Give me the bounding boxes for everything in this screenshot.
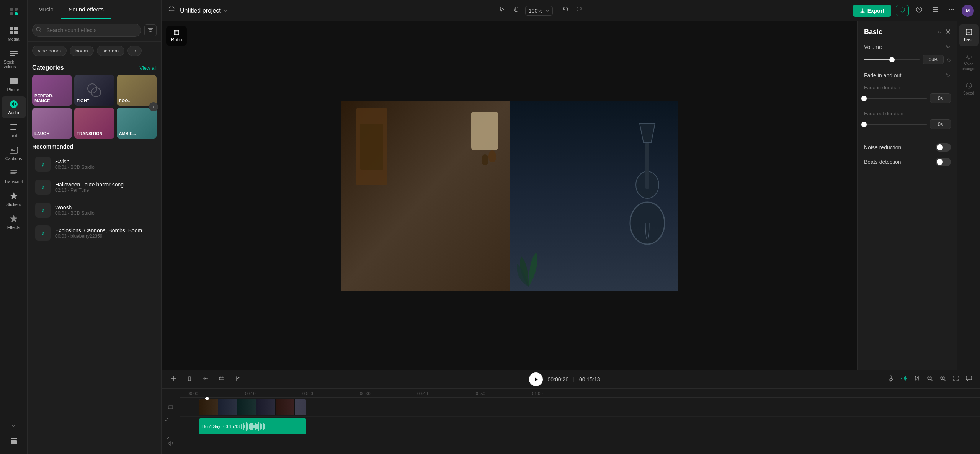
microphone-tool[interactable] (886, 373, 896, 385)
rv-tab-basic[interactable]: Basic (959, 24, 979, 46)
user-avatar[interactable]: M (962, 5, 974, 17)
delete-tool[interactable] (184, 374, 195, 385)
category-laugh[interactable]: LAUGH (32, 108, 72, 139)
play-button[interactable] (529, 372, 543, 386)
fade-in-slider-row: 0s (864, 93, 951, 103)
tracks-area: Don't Say 00:15:13 (180, 398, 980, 454)
sidebar-item-transcript[interactable]: Transcript (2, 165, 26, 187)
sidebar-item-stock[interactable]: Stock videos (2, 46, 26, 72)
beats-thumb (937, 159, 943, 165)
sidebar-item-stickers[interactable]: Stickers (2, 188, 26, 210)
divider-1 (864, 137, 951, 137)
basic-close-button[interactable]: ✕ (945, 28, 951, 36)
fade-reset[interactable] (946, 72, 951, 78)
video-clip[interactable] (199, 399, 306, 415)
svg-rect-22 (933, 7, 938, 8)
fade-in-slider[interactable] (864, 98, 927, 99)
svg-point-33 (968, 58, 970, 59)
cursor-tool[interactable] (496, 4, 508, 17)
track-edit-icon-2[interactable] (165, 435, 170, 441)
zoom-control[interactable]: 100% (525, 6, 553, 16)
search-input[interactable] (32, 24, 141, 37)
playhead[interactable] (207, 398, 207, 454)
sound-name-swish: Swish (55, 158, 154, 165)
svg-rect-31 (645, 143, 649, 189)
chat-tool[interactable] (964, 373, 974, 385)
timeline-section: 00:00:26 | 00:15:13 (162, 370, 980, 454)
sidebar-item-bottom[interactable] (2, 434, 26, 448)
tag-vine-boom[interactable]: vine boom (32, 46, 67, 56)
fade-toggle-row: Fade in and out (864, 72, 951, 78)
tag-boom[interactable]: boom (70, 46, 94, 56)
sound-meta-explosions: 00:03 · blueberry22359 (55, 234, 154, 239)
project-title[interactable]: Untitled project (180, 7, 229, 14)
volume-slider[interactable] (864, 59, 920, 60)
basic-reset-button[interactable] (937, 29, 942, 35)
sound-item-swish[interactable]: ♪ Swish 00:01 · BCD Studio (32, 153, 157, 176)
sound-icon-woosh: ♪ (35, 203, 51, 218)
audio-tabs: Music Sound effects (28, 0, 161, 19)
zoom-in-tool[interactable] (938, 373, 948, 385)
shield-button[interactable] (896, 5, 909, 16)
category-transition[interactable]: TRANSITION (74, 108, 114, 139)
timeline-body: 00:00 00:10 00:20 00:30 00:40 00:50 01:0… (162, 389, 980, 454)
split-audio-tool[interactable] (912, 373, 922, 385)
sound-item-explosions[interactable]: ♪ Explosions, Cannons, Bombs, Boom... 00… (32, 222, 157, 245)
settings-button[interactable] (929, 4, 941, 17)
search-icon (36, 27, 41, 34)
noise-toggle[interactable] (936, 143, 951, 152)
category-ambient[interactable]: AMBIE... (117, 108, 157, 139)
fade-out-slider[interactable] (864, 124, 927, 125)
svg-rect-4 (10, 27, 13, 30)
category-fight[interactable]: FIGHT (74, 75, 114, 106)
sidebar-item-collapse[interactable] (2, 419, 26, 433)
rv-tab-speed[interactable]: Speed (959, 78, 979, 100)
volume-keyframe[interactable]: ◇ (947, 57, 951, 63)
audio-panel: Music Sound effects vine boom boom screa… (28, 0, 162, 454)
undo-button[interactable] (559, 4, 571, 17)
ripple-delete-tool[interactable] (200, 374, 211, 385)
categories-next-button[interactable]: › (149, 102, 158, 111)
freeze-tool[interactable] (216, 374, 227, 385)
sidebar-item-photos[interactable]: Photos (2, 73, 26, 95)
tag-scream[interactable]: scream (97, 46, 125, 56)
sidebar-item-media[interactable]: Media (2, 23, 26, 44)
audio-wave-tool[interactable] (899, 373, 909, 385)
redo-button[interactable] (574, 4, 585, 17)
view-all-button[interactable]: View all (139, 65, 157, 71)
sound-icon-explosions: ♪ (35, 225, 51, 241)
split-tool[interactable] (168, 374, 179, 385)
audio-clip[interactable]: Don't Say 00:15:13 (199, 418, 306, 434)
category-performance[interactable]: PERFOR- MANCE (32, 75, 72, 106)
tab-sound-effects[interactable]: Sound effects (61, 0, 111, 19)
track-ctrl-video[interactable] (162, 398, 180, 417)
ratio-button[interactable]: Ratio (166, 26, 187, 46)
tab-music[interactable]: Music (31, 0, 61, 19)
track-edit-icon[interactable] (165, 417, 170, 422)
rv-tab-voice[interactable]: Voice changer (959, 49, 979, 75)
flag-tool[interactable] (232, 374, 243, 385)
hand-tool[interactable] (511, 4, 522, 17)
volume-reset[interactable] (946, 44, 951, 50)
more-button[interactable] (946, 4, 957, 17)
sidebar-item-text[interactable]: Text (2, 119, 26, 141)
fullscreen-tool[interactable] (951, 373, 961, 385)
beats-toggle[interactable] (936, 158, 951, 166)
zoom-out-tool[interactable] (925, 373, 935, 385)
sound-item-halloween[interactable]: ♪ Halloween · cute horror song 02:13 · P… (32, 176, 157, 199)
cloud-button[interactable] (168, 6, 175, 15)
playback-controls: 00:00:26 | 00:15:13 (529, 372, 600, 386)
divider (556, 6, 556, 15)
help-button[interactable] (913, 4, 925, 17)
fade-out-label: Fade-out duration (864, 111, 951, 116)
svg-point-19 (88, 84, 97, 93)
export-button[interactable]: Export (853, 5, 891, 17)
categories-title: Categories (32, 64, 64, 71)
sound-item-woosh[interactable]: ♪ Woosh 00:01 · BCD Studio (32, 199, 157, 222)
sidebar-item-captions[interactable]: Captions (2, 142, 26, 164)
category-food[interactable]: FOO... (117, 75, 157, 106)
sidebar-item-audio[interactable]: Audio (2, 96, 26, 118)
filter-button[interactable] (144, 24, 157, 36)
tag-p[interactable]: p (127, 46, 142, 56)
sidebar-item-effects[interactable]: Effects (2, 211, 26, 233)
